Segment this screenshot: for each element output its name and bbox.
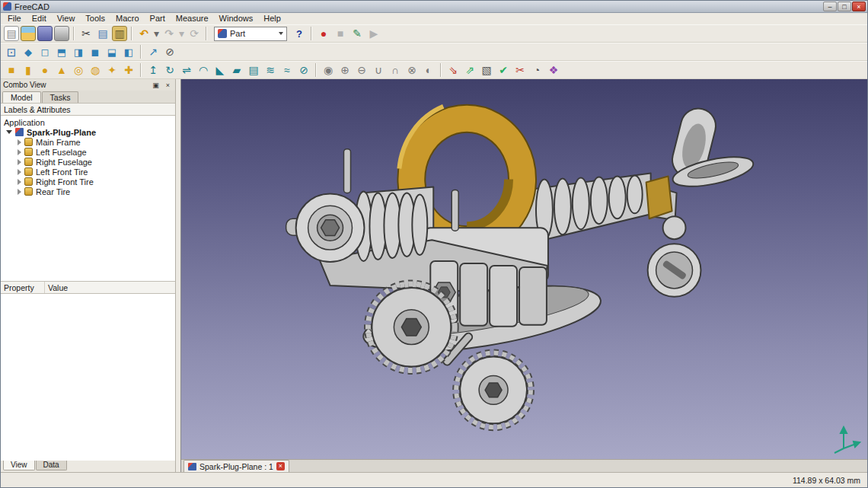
expander-icon[interactable] [18, 159, 21, 165]
expander-icon[interactable] [18, 139, 21, 145]
torus-icon[interactable]: ◎ [71, 62, 86, 78]
float-panel-button[interactable]: ▣ [151, 81, 161, 90]
front-view-icon[interactable]: ◻ [37, 44, 53, 59]
tree-item[interactable]: Left Fuselage [1, 147, 175, 157]
ruled-surface-icon[interactable]: ▤ [246, 62, 261, 78]
intersection-icon[interactable]: ∩ [388, 62, 403, 78]
expander-icon[interactable] [18, 169, 21, 175]
cylinder-icon[interactable]: ▮ [21, 62, 36, 78]
paste-icon[interactable]: ▥ [112, 26, 127, 41]
property-grid[interactable] [1, 294, 175, 461]
document-tab[interactable]: Spark-Plug-Plane : 1 × [183, 460, 289, 472]
box-icon[interactable]: ■ [4, 62, 19, 78]
refine-shape-icon[interactable]: ❖ [546, 62, 561, 78]
expander-icon[interactable] [18, 179, 21, 185]
tree-item[interactable]: Rear Tire [1, 187, 175, 196]
measure-clear-icon[interactable]: ⊘ [162, 44, 177, 59]
loft-icon[interactable]: ≋ [263, 62, 278, 78]
revolve-icon[interactable]: ↻ [162, 62, 177, 78]
box-selection-icon[interactable]: ▧ [479, 62, 494, 78]
panel-titlebar[interactable]: Combo View ▣ × [1, 79, 175, 91]
tab-view[interactable]: View [3, 461, 35, 470]
cone-icon[interactable]: ▲ [54, 62, 69, 78]
chamfer-icon[interactable]: ◣ [212, 62, 228, 78]
union-icon[interactable]: ∪ [371, 62, 386, 78]
bottom-view-icon[interactable]: ⬓ [104, 44, 120, 59]
import-cad-icon[interactable]: ⇘ [445, 62, 461, 78]
redo-icon[interactable]: ↷ [161, 26, 177, 41]
print-icon[interactable] [54, 26, 69, 41]
3d-viewport[interactable] [181, 79, 867, 459]
save-icon[interactable] [37, 26, 53, 41]
menu-item[interactable]: Edit [27, 13, 52, 24]
menu-item[interactable]: Windows [214, 13, 259, 24]
new-file-icon[interactable]: ▤ [4, 26, 19, 41]
expander-icon[interactable] [18, 189, 21, 195]
mirror-icon[interactable]: ⇌ [179, 62, 194, 78]
top-view-icon[interactable]: ⬒ [54, 44, 69, 59]
expander-icon[interactable] [18, 149, 21, 155]
close-document-icon[interactable]: × [276, 462, 285, 470]
tree-item[interactable]: Right Front Tire [1, 177, 175, 187]
tube-icon[interactable]: ◍ [88, 62, 103, 78]
defeaturing-icon[interactable]: ✂ [512, 62, 528, 78]
make-face-icon[interactable]: ▰ [229, 62, 244, 78]
measure-distance-icon[interactable]: ↗ [145, 44, 161, 59]
fillet-icon[interactable]: ◠ [196, 62, 211, 78]
open-file-icon[interactable] [21, 26, 36, 41]
copy-icon[interactable]: ▤ [95, 26, 110, 41]
menu-item[interactable]: Help [258, 13, 286, 24]
tab-data[interactable]: Data [36, 461, 67, 470]
macro-stop-icon[interactable]: ■ [333, 26, 348, 41]
export-cad-icon[interactable]: ⇗ [462, 62, 477, 78]
minimize-button[interactable]: – [823, 2, 837, 11]
macro-record-icon[interactable]: ● [316, 26, 331, 41]
tree-item-application[interactable]: Application [1, 117, 175, 127]
titlebar[interactable]: FreeCAD – □ × [1, 1, 867, 13]
macro-edit-icon[interactable]: ✎ [349, 26, 365, 41]
menu-item[interactable]: Macro [110, 13, 145, 24]
menu-item[interactable]: Part [145, 13, 171, 24]
tab-model[interactable]: Model [2, 91, 41, 103]
tab-tasks[interactable]: Tasks [42, 91, 79, 103]
close-panel-button[interactable]: × [163, 81, 173, 90]
splitter-icon[interactable]: ◐ [421, 62, 436, 78]
sphere-icon[interactable]: ● [37, 62, 53, 78]
primitives-icon[interactable]: ✦ [104, 62, 120, 78]
tree-item[interactable]: Left Front Tire [1, 167, 175, 177]
close-button[interactable]: × [852, 2, 866, 11]
left-view-icon[interactable]: ◧ [121, 44, 136, 59]
shape-builder-icon[interactable]: ✚ [121, 62, 136, 78]
check-geometry-icon[interactable]: ✔ [496, 62, 511, 78]
expander-icon[interactable] [6, 130, 12, 134]
right-view-icon[interactable]: ◨ [71, 44, 86, 59]
extrude-icon[interactable]: ↥ [145, 62, 161, 78]
menu-item[interactable]: Measure [171, 13, 214, 24]
sweep-icon[interactable]: ≈ [279, 62, 295, 78]
undo-dropdown-icon[interactable]: ▾ [153, 26, 160, 41]
menu-item[interactable]: Tools [80, 13, 110, 24]
rear-view-icon[interactable]: ◼ [88, 44, 103, 59]
toolbar-separator [73, 27, 75, 40]
compound-icon[interactable]: ◉ [321, 62, 336, 78]
maximize-button[interactable]: □ [838, 2, 851, 11]
undo-icon[interactable]: ↶ [136, 26, 152, 41]
macro-play-icon[interactable]: ▶ [366, 26, 381, 41]
refresh-icon[interactable]: ⟳ [187, 26, 202, 41]
connect-icon[interactable]: ⊗ [404, 62, 420, 78]
fit-all-icon[interactable]: ⊡ [4, 44, 19, 59]
tree-item[interactable]: Right Fuselage [1, 157, 175, 167]
axonometric-view-icon[interactable]: ◆ [21, 44, 36, 59]
menu-item[interactable]: View [52, 13, 81, 24]
whatsthis-icon[interactable]: ? [292, 26, 307, 41]
redo-dropdown-icon[interactable]: ▾ [178, 26, 185, 41]
menu-item[interactable]: File [2, 13, 27, 24]
cut-icon[interactable]: ✂ [78, 26, 94, 41]
section-icon[interactable]: ⊘ [296, 62, 311, 78]
workbench-selector[interactable]: Part [214, 27, 287, 41]
boolean-icon[interactable]: ⊕ [337, 62, 353, 78]
tree-item[interactable]: Main Frame [1, 137, 175, 147]
thickness-icon[interactable]: ◔ [529, 62, 544, 78]
boolean-cut-icon[interactable]: ⊖ [354, 62, 369, 78]
tree-item-document[interactable]: Spark-Plug-Plane [1, 127, 175, 137]
